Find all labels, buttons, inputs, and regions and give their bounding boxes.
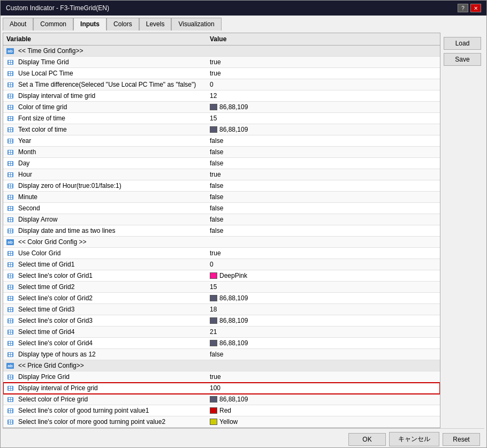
row-variable-name: Select line's color of Grid3 (16, 316, 208, 325)
table-row[interactable]: Set a Time difference(Seleced "Use Local… (3, 79, 440, 90)
table-row[interactable]: Use Local PC Timetrue (3, 68, 440, 79)
table-row[interactable]: Display Arrowfalse (3, 214, 440, 225)
table-row[interactable]: Select time of Grid421 (3, 326, 440, 338)
value-text: false (210, 351, 223, 358)
grid-icon (5, 204, 15, 212)
tab-common[interactable]: Common (33, 18, 73, 31)
value-text: 0 (210, 81, 214, 88)
ok-button[interactable]: OK (348, 433, 386, 446)
table-body[interactable]: ab<< Time Grid Config>>Display Time Grid… (3, 45, 440, 428)
table-row[interactable]: Select line's color of Grid486,88,109 (3, 338, 440, 349)
row-variable-name: Month (16, 147, 208, 157)
table-row[interactable]: Select time of Grid318 (3, 304, 440, 315)
tab-colors[interactable]: Colors (106, 18, 139, 31)
table-row[interactable]: Display interval of Price grid100 (3, 383, 440, 394)
title-bar-buttons: ? ✕ (458, 4, 481, 12)
grid-icon (5, 69, 15, 78)
col-val-header: Value (210, 35, 437, 43)
table-row[interactable]: Display date and time as two linesfalse (3, 225, 440, 237)
color-swatch (210, 396, 217, 403)
value-text: 18 (210, 306, 217, 313)
row-value: false (208, 147, 440, 157)
row-variable-name: Use Color Grid (16, 248, 208, 258)
main-window: Custom Indicator - F3-TimeGrid(EN) ? ✕ A… (0, 0, 487, 448)
value-text: 86,88,109 (219, 339, 248, 347)
table-row[interactable]: ab<< Color Grid Config >> (3, 237, 440, 248)
row-value: 86,88,109 (208, 316, 440, 325)
table-row[interactable]: Dayfalse (3, 158, 440, 169)
reset-button[interactable]: Reset (443, 433, 480, 446)
value-text: 86,88,109 (219, 103, 248, 111)
table-row[interactable]: Display Price Gridtrue (3, 371, 440, 383)
row-value: 12 (208, 91, 440, 101)
table-row[interactable]: Minutefalse (3, 192, 440, 203)
table-row[interactable]: Select line's color of Grid286,88,109 (3, 293, 440, 304)
grid-icon (5, 148, 15, 156)
grid-icon (5, 92, 15, 100)
table-row[interactable]: Display zero of Hour(true:01/false:1)fal… (3, 180, 440, 192)
row-value: 15 (208, 113, 440, 123)
table-row[interactable]: Select line's color of Grid386,88,109 (3, 315, 440, 326)
value-text: true (210, 249, 221, 257)
table-row[interactable]: Color of time grid86,88,109 (3, 102, 440, 113)
close-button[interactable]: ✕ (470, 4, 481, 12)
row-variable-name: Select color of Price grid (16, 394, 208, 404)
value-text: 86,88,109 (219, 317, 248, 324)
grid-icon (5, 249, 15, 257)
row-value: false (208, 158, 440, 168)
row-value (208, 241, 440, 243)
grid-icon (5, 395, 15, 404)
table-row[interactable]: Monthfalse (3, 147, 440, 158)
row-value: true (208, 69, 440, 78)
cancel-button[interactable]: キャンセル (389, 432, 439, 446)
table-row[interactable]: Select time of Grid10 (3, 259, 440, 270)
row-variable-name: Display interval of time grid (16, 91, 208, 101)
main-content: Variable Value ab<< Time Grid Config>>Di… (3, 33, 484, 428)
row-value: 86,88,109 (208, 293, 440, 303)
row-variable-name: Select line's color of more good turning… (16, 417, 208, 427)
content-area: AboutCommonInputsColorsLevelsVisualizati… (1, 16, 486, 448)
save-button[interactable]: Save (444, 53, 481, 66)
table-row[interactable]: Select line's color of good turning poin… (3, 405, 440, 416)
grid-icon (5, 226, 15, 235)
table-row[interactable]: Select time of Grid215 (3, 282, 440, 293)
load-button[interactable]: Load (444, 37, 481, 50)
row-value: false (208, 136, 440, 146)
tab-about[interactable]: About (3, 18, 33, 31)
row-value: 86,88,109 (208, 102, 440, 112)
table-row[interactable]: Secondfalse (3, 203, 440, 214)
table-row[interactable]: Select line's color of Grid1DeepPink (3, 270, 440, 282)
window-title: Custom Indicator - F3-TimeGrid(EN) (6, 4, 109, 12)
value-text: 100 (210, 384, 220, 392)
value-text: false (210, 148, 223, 156)
table-row[interactable]: Font size of time15 (3, 113, 440, 124)
table-row[interactable]: Use Color Gridtrue (3, 248, 440, 259)
table-row[interactable]: Yearfalse (3, 135, 440, 147)
table-row[interactable]: Display Time Gridtrue (3, 57, 440, 68)
row-variable-name: << Color Grid Config >> (16, 237, 208, 247)
grid-icon (5, 305, 15, 314)
grid-icon (5, 80, 15, 89)
grid-icon (5, 350, 15, 359)
tab-visualization[interactable]: Visualization (171, 18, 221, 31)
table-row[interactable]: ab<< Time Grid Config>> (3, 45, 440, 57)
grid-icon (5, 125, 15, 134)
help-button[interactable]: ? (458, 4, 468, 12)
value-text: 21 (210, 328, 217, 336)
value-text: 0 (210, 261, 214, 268)
row-value: 15 (208, 282, 440, 292)
row-variable-name: Minute (16, 192, 208, 202)
grid-icon (5, 58, 15, 66)
value-text: false (210, 216, 223, 223)
table-row[interactable]: Display type of hours as 12false (3, 349, 440, 360)
row-value: false (208, 203, 440, 213)
table-row[interactable]: Select color of Price grid86,88,109 (3, 394, 440, 405)
value-text: false (210, 160, 223, 167)
tab-inputs[interactable]: Inputs (73, 18, 106, 31)
table-row[interactable]: Text color of time86,88,109 (3, 124, 440, 135)
table-row[interactable]: ab<< Price Grid Config>> (3, 360, 440, 371)
table-row[interactable]: Hourtrue (3, 169, 440, 180)
table-row[interactable]: Display interval of time grid12 (3, 90, 440, 102)
tab-levels[interactable]: Levels (139, 18, 172, 31)
table-row[interactable]: Select line's color of more good turning… (3, 416, 440, 428)
